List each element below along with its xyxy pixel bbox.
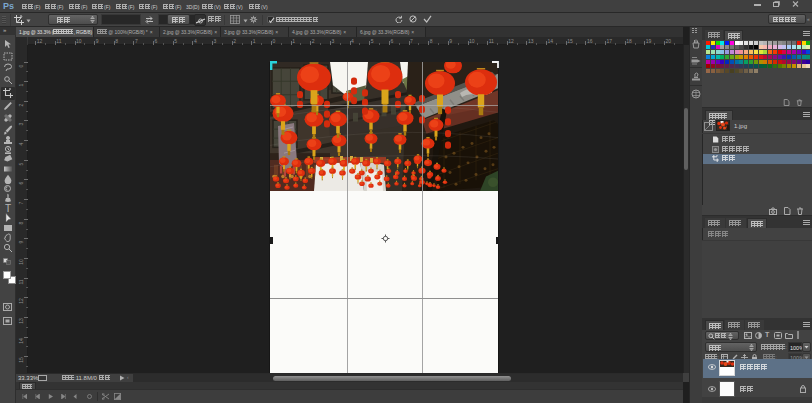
svg-text:T: T: [5, 203, 11, 213]
